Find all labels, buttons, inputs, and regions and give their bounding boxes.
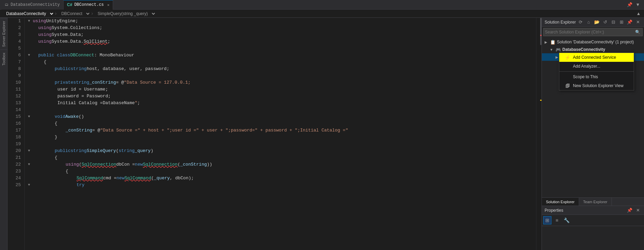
code-line-20: ▼ public string SimpleQuery(string _quer… — [28, 148, 536, 154]
expand-button[interactable]: ▲ — [635, 10, 642, 17]
tab-cs-label: DBConnect.cs — [74, 2, 104, 7]
project-icon: 🎮 — [556, 47, 561, 52]
code-line-21: { — [28, 154, 536, 161]
collapse-all-button[interactable]: ⊟ — [610, 19, 617, 26]
code-line-22: ▼ using (SqlConnection dbCon = new SqlCo… — [28, 161, 536, 168]
code-line-23: { — [28, 168, 536, 175]
code-line-4: using System.Data.SqlClient; — [28, 38, 536, 45]
breadcrumb-method-dropdown[interactable]: SimpleQuery(string _query) — [94, 10, 156, 17]
tab-db-label: DatabaseConnectivity — [11, 2, 60, 7]
context-menu: ⚡ Add Connected Service Add Analyzer... … — [559, 53, 634, 91]
property-pages-button[interactable]: 🔧 — [562, 216, 571, 224]
categorized-view-button[interactable]: ⊞ — [543, 216, 551, 224]
connected-service-icon: ⚡ — [565, 55, 570, 60]
collapse-25[interactable]: ▼ — [28, 182, 32, 189]
code-line-18: } — [28, 134, 536, 141]
bottom-tab-bar: Solution Explorer Team Explorer — [542, 197, 644, 206]
code-line-12: password = Password; — [28, 93, 536, 100]
properties-close[interactable]: ✕ — [634, 207, 641, 214]
tree-item-project[interactable]: ▼ 🎮 DatabaseConnectivity — [542, 46, 644, 53]
home-button[interactable]: ⌂ — [585, 19, 592, 26]
solution-explorer-bottom-tab[interactable]: Solution Explorer — [542, 198, 579, 206]
code-line-7: { — [28, 59, 536, 66]
tab-close-button[interactable]: ✕ — [107, 3, 110, 7]
code-line-24: SqlCommand cmd = new SqlCommand(_query, … — [28, 175, 536, 182]
menu-add-analyzer[interactable]: Add Analyzer... — [559, 62, 634, 71]
tab-cs-icon: C# — [67, 2, 72, 7]
properties-title: Properties — [545, 208, 563, 213]
team-explorer-tab-label: Team Explorer — [583, 200, 607, 204]
code-line-25: ▼ try — [28, 182, 536, 189]
tab-bar-pin[interactable]: 📌 — [626, 1, 633, 8]
tab-dbconnect-cs[interactable]: C# DBConnect.cs ✕ — [64, 0, 113, 10]
code-line-15: ▼ void Awake() — [28, 113, 536, 120]
solution-explorer-header: Solution Explorer ⟳ ⌂ 📂 ↺ ⊟ ⊞ 📌 ✕ — [542, 18, 644, 27]
context-menu-separator-1 — [559, 71, 634, 72]
tab-database-connectivity[interactable]: 🗂 DatabaseConnectivity — [1, 0, 64, 10]
code-line-1: ▼ using UnityEngine; — [28, 18, 536, 25]
breadcrumb: DatabaseConnectivity › DBConnect › Simpl… — [0, 10, 644, 18]
code-editor[interactable]: 123 456 789 101112 131415 161718 192021 … — [8, 18, 542, 250]
expand-solution[interactable]: ▶ — [543, 40, 549, 44]
menu-new-solution-view[interactable]: 🗐 New Solution Explorer View — [559, 81, 634, 90]
collapse-22[interactable]: ▼ — [28, 161, 32, 168]
breadcrumb-project-dropdown[interactable]: DatabaseConnectivity — [2, 10, 54, 17]
new-view-icon: 🗐 — [565, 83, 570, 88]
collapse-15[interactable]: ▼ — [28, 113, 32, 120]
search-container: 🔍 — [543, 28, 643, 36]
pin-button[interactable]: 📌 — [626, 19, 633, 26]
properties-toolbar: ⊞ ≡ 🔧 — [542, 215, 644, 226]
code-line-3: using System.Data; — [28, 31, 536, 38]
panel-actions: ⟳ ⌂ 📂 ↺ ⊟ ⊞ 📌 ✕ — [577, 19, 641, 26]
tab-bar-dropdown[interactable]: ▼ — [634, 1, 641, 8]
code-line-5 — [28, 45, 536, 52]
close-panel-button[interactable]: ✕ — [634, 19, 641, 26]
alphabetical-view-button[interactable]: ≡ — [553, 216, 561, 224]
search-icon-button[interactable]: 🔍 — [633, 30, 642, 34]
solution-explorer-title: Solution Explorer — [545, 20, 576, 25]
properties-actions: 📌 ✕ — [626, 207, 641, 214]
tree-item-solution[interactable]: ▶ 📋 Solution 'DatabaseConnectivity' (1 p… — [542, 38, 644, 46]
menu-scope-to-this[interactable]: Scope to This — [559, 72, 634, 81]
vertical-tab-bar: Server Explorer Toolbox — [0, 18, 8, 250]
line-numbers: 123 456 789 101112 131415 161718 192021 … — [8, 18, 25, 250]
scope-to-this-label: Scope to This — [573, 74, 598, 79]
new-solution-view-label: New Solution Explorer View — [573, 83, 624, 88]
scroll-gutter[interactable] — [536, 18, 542, 250]
properties-pin[interactable]: 📌 — [626, 207, 633, 214]
solution-tree: ▶ 📋 Solution 'DatabaseConnectivity' (1 p… — [542, 38, 644, 197]
project-label: DatabaseConnectivity — [562, 47, 605, 52]
tab-db-icon: 🗂 — [5, 2, 9, 7]
code-line-17: _conString = @"Data Source =" + host + "… — [28, 127, 536, 134]
properties-panel: Properties 📌 ✕ ⊞ ≡ 🔧 — [542, 206, 644, 250]
refresh-button[interactable]: ↺ — [602, 19, 608, 26]
expand-project[interactable]: ▼ — [549, 48, 554, 52]
code-line-8: public string host, database, user, pass… — [28, 66, 536, 72]
solution-explorer-tab-label: Solution Explorer — [546, 200, 575, 204]
code-line-10: private string _conString = @"Data Sourc… — [28, 79, 536, 86]
code-line-19 — [28, 141, 536, 148]
sync-button[interactable]: ⟳ — [577, 19, 584, 26]
solution-label: Solution 'DatabaseConnectivity' (1 proje… — [557, 40, 634, 44]
solution-explorer-search[interactable] — [544, 30, 633, 34]
code-line-14 — [28, 107, 536, 113]
toolbox-tab[interactable]: Toolbox — [0, 50, 7, 68]
menu-add-connected-service[interactable]: ⚡ Add Connected Service — [559, 53, 634, 62]
code-line-9 — [28, 72, 536, 79]
breadcrumb-class-dropdown[interactable]: DBConnect — [57, 10, 91, 17]
add-analyzer-label: Add Analyzer... — [573, 64, 600, 69]
code-line-11: user id = Username; — [28, 86, 536, 93]
code-line-16: { — [28, 120, 536, 127]
code-content[interactable]: ▼ using UnityEngine; using System.Collec… — [25, 18, 536, 250]
show-all-files[interactable]: 📂 — [593, 19, 600, 26]
collapse-20[interactable]: ▼ — [28, 148, 32, 154]
properties-header: Properties 📌 ✕ — [542, 206, 644, 215]
team-explorer-bottom-tab[interactable]: Team Explorer — [579, 198, 612, 206]
collapse-1[interactable]: ▼ — [28, 18, 32, 25]
code-line-2: using System.Collections; — [28, 25, 536, 31]
view-settings[interactable]: ⊞ — [618, 19, 625, 26]
collapse-6[interactable]: ▼ — [28, 52, 32, 59]
server-explorer-tab[interactable]: Server Explorer — [0, 18, 7, 50]
code-line-6: ▼ public class DBConnect : MonoBehaviour — [28, 52, 536, 59]
code-line-13: Initial Catalog = DatabaseName"; — [28, 100, 536, 107]
